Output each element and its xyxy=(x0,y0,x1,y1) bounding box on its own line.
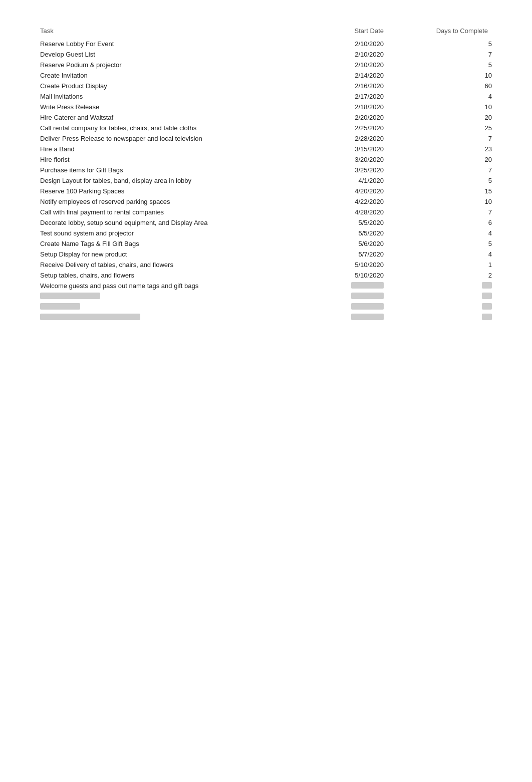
table-row: xxxxxxxxxxxxxxx xyxy=(40,302,492,312)
task-cell-blurred: xxxxx xyxy=(40,312,321,323)
start-date-cell: 5/5/2020 xyxy=(321,228,404,238)
table-row: Create Invitation2/14/202010 xyxy=(40,70,492,81)
start-date-cell: 5/10/2020 xyxy=(321,270,404,281)
table-row: Reserve 100 Parking Spaces4/20/202015 xyxy=(40,186,492,196)
task-cell: Reserve 100 Parking Spaces xyxy=(40,186,321,196)
table-row: Setup tables, chairs, and flowers5/10/20… xyxy=(40,270,492,281)
start-date-cell: 2/17/2020 xyxy=(321,91,404,102)
table-row: Mail invitations2/17/20204 xyxy=(40,91,492,102)
start-date-cell-blurred: xxxxxxxx xyxy=(321,281,404,291)
start-date-cell: 3/15/2020 xyxy=(321,144,404,154)
days-cell: 6 xyxy=(404,217,492,228)
task-cell: Setup tables, chairs, and flowers xyxy=(40,270,321,281)
start-date-cell-blurred: xxxxxxxx xyxy=(321,312,404,323)
task-table-container: Task Start Date Days to Complete Reserve… xyxy=(40,25,492,323)
start-date-cell: 2/10/2020 xyxy=(321,60,404,70)
days-cell: 5 xyxy=(404,175,492,186)
task-cell: Receive Delivery of tables, chairs, and … xyxy=(40,259,321,270)
task-cell: Call with final payment to rental compan… xyxy=(40,207,321,217)
days-cell: 5 xyxy=(404,60,492,70)
days-cell-blurred: xx xyxy=(404,302,492,312)
days-cell: 60 xyxy=(404,81,492,91)
days-cell: 20 xyxy=(404,112,492,123)
header-start-date: Start Date xyxy=(321,25,404,39)
days-cell-blurred: xx xyxy=(404,291,492,302)
table-row: Hire Caterer and Waitstaf2/20/202020 xyxy=(40,112,492,123)
days-cell: 7 xyxy=(404,49,492,60)
days-cell: 10 xyxy=(404,196,492,207)
start-date-cell: 4/20/2020 xyxy=(321,186,404,196)
days-cell: 4 xyxy=(404,249,492,259)
task-cell: Reserve Lobby For Event xyxy=(40,39,321,49)
table-row: Create Name Tags & Fill Gift Bags5/6/202… xyxy=(40,238,492,249)
start-date-cell: 5/10/2020 xyxy=(321,259,404,270)
days-cell: 15 xyxy=(404,186,492,196)
days-cell: 7 xyxy=(404,165,492,175)
table-row: Purchase items for Gift Bags3/25/20207 xyxy=(40,165,492,175)
task-cell: Mail invitations xyxy=(40,91,321,102)
start-date-cell: 2/16/2020 xyxy=(321,81,404,91)
start-date-cell: 2/20/2020 xyxy=(321,112,404,123)
start-date-cell: 2/10/2020 xyxy=(321,39,404,49)
task-cell-blurred: xxxxx xyxy=(40,302,321,312)
task-cell: Decorate lobby, setup sound equipment, a… xyxy=(40,217,321,228)
table-row: Develop Guest List2/10/20207 xyxy=(40,49,492,60)
start-date-cell: 2/25/2020 xyxy=(321,123,404,133)
header-days-to-complete: Days to Complete xyxy=(404,25,492,39)
task-cell: Setup Display for new product xyxy=(40,249,321,259)
table-row: Create Product Display2/16/202060 xyxy=(40,81,492,91)
table-row: Decorate lobby, setup sound equipment, a… xyxy=(40,217,492,228)
days-cell: 23 xyxy=(404,144,492,154)
task-cell: Reserve Podium & projector xyxy=(40,60,321,70)
start-date-cell: 2/14/2020 xyxy=(321,70,404,81)
task-table: Task Start Date Days to Complete Reserve… xyxy=(40,25,492,323)
table-row: Setup Display for new product5/7/20204 xyxy=(40,249,492,259)
task-cell: Deliver Press Release to newspaper and l… xyxy=(40,133,321,144)
days-cell: 5 xyxy=(404,39,492,49)
days-cell: 4 xyxy=(404,91,492,102)
days-cell: 10 xyxy=(404,102,492,112)
table-row: Notify employees of reserved parking spa… xyxy=(40,196,492,207)
start-date-cell: 2/28/2020 xyxy=(321,133,404,144)
task-cell: Design Layout for tables, band, display … xyxy=(40,175,321,186)
days-cell-blurred: xx xyxy=(404,312,492,323)
task-cell: Purchase items for Gift Bags xyxy=(40,165,321,175)
start-date-cell-blurred: xxxxxxxx xyxy=(321,291,404,302)
days-cell: 4 xyxy=(404,228,492,238)
days-cell-blurred: xx xyxy=(404,281,492,291)
header-task: Task xyxy=(40,25,321,39)
days-cell: 20 xyxy=(404,154,492,165)
start-date-cell: 5/6/2020 xyxy=(321,238,404,249)
days-cell: 5 xyxy=(404,238,492,249)
task-cell: Hire Caterer and Waitstaf xyxy=(40,112,321,123)
days-cell: 7 xyxy=(404,207,492,217)
start-date-cell: 4/1/2020 xyxy=(321,175,404,186)
table-row: Call rental company for tables, chairs, … xyxy=(40,123,492,133)
start-date-cell: 4/28/2020 xyxy=(321,207,404,217)
task-cell: Develop Guest List xyxy=(40,49,321,60)
start-date-cell: 2/10/2020 xyxy=(321,49,404,60)
days-cell: 2 xyxy=(404,270,492,281)
start-date-cell-blurred: xxxxxxxx xyxy=(321,302,404,312)
task-cell: Hire a Band xyxy=(40,144,321,154)
task-cell: Test sound system and projector xyxy=(40,228,321,238)
table-row: Deliver Press Release to newspaper and l… xyxy=(40,133,492,144)
table-row: Design Layout for tables, band, display … xyxy=(40,175,492,186)
start-date-cell: 3/25/2020 xyxy=(321,165,404,175)
task-cell: Create Name Tags & Fill Gift Bags xyxy=(40,238,321,249)
task-cell: Create Product Display xyxy=(40,81,321,91)
task-cell: Write Press Release xyxy=(40,102,321,112)
days-cell: 7 xyxy=(404,133,492,144)
table-row: Hire florist3/20/202020 xyxy=(40,154,492,165)
start-date-cell: 5/5/2020 xyxy=(321,217,404,228)
task-cell: Create Invitation xyxy=(40,70,321,81)
start-date-cell: 2/18/2020 xyxy=(321,102,404,112)
start-date-cell: 3/20/2020 xyxy=(321,154,404,165)
task-cell-blurred: xxxxx xyxy=(40,291,321,302)
table-row: Call with final payment to rental compan… xyxy=(40,207,492,217)
table-row: Welcome guests and pass out name tags an… xyxy=(40,281,492,291)
table-row: Reserve Lobby For Event2/10/20205 xyxy=(40,39,492,49)
table-row: Reserve Podium & projector2/10/20205 xyxy=(40,60,492,70)
days-cell: 10 xyxy=(404,70,492,81)
table-row: xxxxxxxxxxxxxxx xyxy=(40,291,492,302)
